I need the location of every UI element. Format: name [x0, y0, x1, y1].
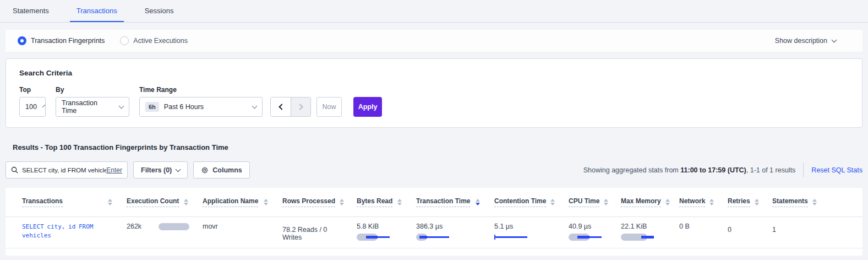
prev-range-button[interactable]	[271, 98, 291, 116]
aggregated-stats-text: Showing aggregated stats from 11:00 to 1…	[583, 166, 796, 174]
results-heading: Results - Top 100 Transaction Fingerprin…	[13, 143, 868, 151]
tab-transactions[interactable]: Transactions	[70, 0, 124, 22]
reset-sql-stats-link[interactable]: Reset SQL Stats	[811, 166, 862, 174]
by-label: By	[56, 86, 129, 94]
transaction-time-value: 386.3 µs	[416, 223, 443, 230]
transactions-table: Transactions Execution Count Application…	[6, 188, 862, 256]
top-select[interactable]: 100	[19, 97, 46, 117]
column-header-max-memory[interactable]: Max Memory	[621, 197, 679, 207]
filters-button[interactable]: Filters (0)	[133, 161, 188, 178]
column-header-statements[interactable]: Statements	[772, 197, 827, 207]
chevron-down-icon	[252, 103, 258, 109]
column-header-rows-processed[interactable]: Rows Processed	[282, 197, 357, 207]
retries-value: 0	[728, 223, 772, 234]
by-select-value: Transaction Time	[62, 99, 113, 115]
search-enter-link[interactable]: Enter	[106, 166, 122, 174]
column-header-application-name[interactable]: Application Name	[203, 197, 282, 207]
table-header-row: Transactions Execution Count Application…	[6, 188, 862, 217]
column-header-cpu-time[interactable]: CPU Time	[569, 197, 621, 207]
chevron-right-icon	[297, 104, 303, 110]
top-label: Top	[19, 86, 46, 94]
sort-icon	[550, 199, 555, 206]
cpu-time-value: 40.9 µs	[569, 223, 591, 230]
tab-sessions[interactable]: Sessions	[138, 0, 181, 22]
sort-icon	[476, 199, 480, 206]
time-range-select[interactable]: 6h Past 6 Hours	[139, 97, 263, 117]
table-row: SELECT city, id FROM vehicles 262k movr …	[6, 217, 862, 248]
chevron-left-icon	[279, 104, 285, 110]
view-toggle-strip: Transaction Fingerprints Active Executio…	[6, 30, 862, 52]
show-description-toggle[interactable]: Show description	[775, 37, 836, 45]
column-header-bytes-read[interactable]: Bytes Read	[357, 197, 416, 207]
columns-button[interactable]: Columns	[193, 161, 249, 178]
cpu-time-bar	[569, 234, 603, 241]
sql-search-box[interactable]: Enter	[6, 161, 128, 178]
column-header-transaction-time[interactable]: Transaction Time	[416, 197, 494, 207]
apply-button[interactable]: Apply	[353, 97, 382, 117]
time-range-label: Time Range	[139, 86, 263, 94]
radio-selected-icon	[18, 36, 26, 45]
column-header-retries[interactable]: Retries	[728, 197, 772, 207]
tab-statements[interactable]: Statements	[6, 0, 56, 22]
transaction-time-bar	[416, 234, 451, 241]
execution-count-value: 262k	[127, 223, 141, 230]
radio-label: Active Executions	[133, 37, 188, 45]
page-tabs: Statements Transactions Sessions	[0, 0, 868, 23]
sort-icon	[264, 199, 268, 206]
gear-icon	[201, 166, 209, 174]
chevron-down-icon	[42, 104, 46, 107]
bytes-read-value: 5.8 KiB	[357, 223, 379, 230]
application-name-value: movr	[203, 223, 282, 230]
sort-icon	[709, 199, 714, 206]
sort-icon	[604, 199, 608, 206]
search-criteria-title: Search Criteria	[19, 69, 849, 77]
top-field: Top 100	[19, 86, 46, 117]
sort-icon	[665, 199, 670, 206]
search-icon	[11, 166, 18, 174]
now-button[interactable]: Now	[316, 97, 342, 117]
sort-icon	[340, 199, 344, 206]
transaction-fingerprint-link[interactable]: SELECT city, id FROM vehicles	[22, 223, 106, 240]
contention-time-bar	[494, 234, 529, 241]
column-header-execution-count[interactable]: Execution Count	[127, 197, 203, 207]
filters-label: Filters (0)	[141, 166, 172, 174]
max-memory-bar	[621, 234, 656, 241]
network-value: 0 B	[679, 223, 728, 230]
sort-icon	[755, 199, 759, 206]
sort-icon	[184, 199, 188, 206]
results-toolbar: Enter Filters (0) Columns Showing aggreg…	[6, 161, 862, 178]
column-header-network[interactable]: Network	[679, 197, 728, 207]
time-range-field: Time Range 6h Past 6 Hours	[139, 86, 263, 117]
next-range-button[interactable]	[291, 98, 310, 116]
by-field: By Transaction Time	[56, 86, 129, 117]
sort-icon	[812, 199, 817, 206]
sort-icon	[397, 199, 402, 206]
chevron-down-icon	[832, 37, 837, 42]
chevron-down-icon	[119, 103, 124, 109]
divider	[803, 163, 804, 177]
chevron-down-icon	[176, 166, 181, 172]
by-select[interactable]: Transaction Time	[56, 97, 129, 117]
top-select-value: 100	[25, 103, 37, 111]
bytes-read-bar	[357, 234, 391, 241]
time-range-stepper	[270, 97, 311, 117]
rows-processed-value: 78.2 Reads / 0 Writes	[282, 223, 357, 241]
time-range-badge: 6h	[145, 102, 159, 112]
radio-unselected-icon	[120, 36, 129, 45]
execution-count-bar	[159, 223, 188, 230]
contention-time-value: 5.1 µs	[494, 223, 513, 230]
max-memory-value: 22.1 KiB	[621, 223, 647, 230]
show-description-label: Show description	[775, 37, 827, 45]
search-criteria-panel: Search Criteria Top 100 By Transaction T…	[6, 58, 862, 128]
column-header-contention-time[interactable]: Contention Time	[494, 197, 569, 207]
sort-icon	[108, 199, 112, 206]
statements-value: 1	[772, 223, 827, 234]
column-header-transactions[interactable]: Transactions	[22, 197, 127, 207]
columns-label: Columns	[212, 166, 242, 174]
time-range-value: Past 6 Hours	[164, 103, 204, 111]
radio-active-executions[interactable]: Active Executions	[120, 36, 188, 45]
radio-label: Transaction Fingerprints	[31, 37, 105, 45]
search-input[interactable]	[22, 167, 106, 174]
radio-transaction-fingerprints[interactable]: Transaction Fingerprints	[18, 36, 105, 45]
